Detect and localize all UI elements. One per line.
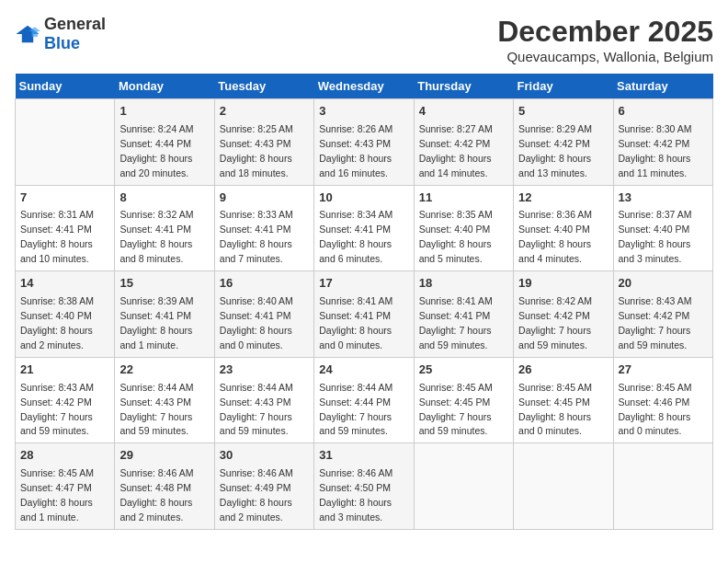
header-tuesday: Tuesday (214, 74, 313, 99)
daylight-text: Daylight: 8 hours and 20 minutes. (119, 153, 192, 178)
cell-week1-day1: 1 Sunrise: 8:24 AM Sunset: 4:44 PM Dayli… (115, 99, 214, 186)
main-title: December 2025 (497, 15, 713, 49)
cell-week4-day0: 21 Sunrise: 8:43 AM Sunset: 4:42 PM Dayl… (16, 357, 115, 443)
sunrise-text: Sunrise: 8:39 AM (119, 295, 193, 306)
sunrise-text: Sunrise: 8:44 AM (119, 382, 193, 393)
day-number: 25 (419, 362, 508, 379)
sunrise-text: Sunrise: 8:26 AM (319, 123, 392, 134)
sunset-text: Sunset: 4:41 PM (119, 224, 191, 235)
cell-week4-day4: 25 Sunrise: 8:45 AM Sunset: 4:45 PM Dayl… (414, 357, 513, 443)
daylight-text: Daylight: 8 hours and 0 minutes. (619, 411, 691, 437)
day-number: 28 (20, 447, 109, 465)
sunrise-text: Sunrise: 8:44 AM (220, 382, 293, 393)
sunset-text: Sunset: 4:42 PM (619, 138, 690, 149)
sunrise-text: Sunrise: 8:33 AM (220, 209, 293, 220)
day-number: 3 (319, 103, 408, 121)
daylight-text: Daylight: 7 hours and 59 minutes. (119, 411, 192, 437)
cell-week4-day1: 22 Sunrise: 8:44 AM Sunset: 4:43 PM Dayl… (115, 357, 214, 443)
daylight-text: Daylight: 8 hours and 11 minutes. (619, 153, 691, 178)
cell-week4-day2: 23 Sunrise: 8:44 AM Sunset: 4:43 PM Dayl… (214, 357, 313, 443)
cell-week5-day3: 31 Sunrise: 8:46 AM Sunset: 4:50 PM Dayl… (314, 443, 414, 530)
sunset-text: Sunset: 4:41 PM (319, 310, 391, 321)
sunset-text: Sunset: 4:42 PM (20, 396, 92, 408)
week-row-3: 14 Sunrise: 8:38 AM Sunset: 4:40 PM Dayl… (16, 271, 713, 358)
cell-week3-day4: 18 Sunrise: 8:41 AM Sunset: 4:41 PM Dayl… (414, 271, 513, 358)
cell-week5-day5 (514, 443, 613, 530)
day-number: 15 (119, 275, 209, 293)
day-number: 22 (119, 362, 209, 379)
cell-week3-day3: 17 Sunrise: 8:41 AM Sunset: 4:41 PM Dayl… (314, 271, 414, 358)
header-wednesday: Wednesday (314, 74, 414, 99)
daylight-text: Daylight: 8 hours and 10 minutes. (20, 238, 93, 264)
cell-week3-day1: 15 Sunrise: 8:39 AM Sunset: 4:41 PM Dayl… (115, 271, 214, 358)
cell-week4-day6: 27 Sunrise: 8:45 AM Sunset: 4:46 PM Dayl… (613, 357, 712, 443)
daylight-text: Daylight: 8 hours and 3 minutes. (319, 497, 392, 523)
day-number: 6 (619, 103, 708, 121)
sunset-text: Sunset: 4:40 PM (20, 310, 92, 321)
day-number: 26 (518, 362, 608, 379)
daylight-text: Daylight: 8 hours and 14 minutes. (419, 153, 492, 178)
cell-week1-day4: 4 Sunrise: 8:27 AM Sunset: 4:42 PM Dayli… (414, 99, 513, 186)
sunset-text: Sunset: 4:41 PM (220, 310, 291, 321)
daylight-text: Daylight: 7 hours and 59 minutes. (220, 411, 292, 437)
daylight-text: Daylight: 8 hours and 18 minutes. (220, 153, 292, 178)
day-number: 17 (319, 275, 408, 293)
cell-week3-day2: 16 Sunrise: 8:40 AM Sunset: 4:41 PM Dayl… (214, 271, 313, 358)
sunrise-text: Sunrise: 8:46 AM (319, 467, 392, 478)
sunrise-text: Sunrise: 8:41 AM (319, 295, 392, 306)
sunrise-text: Sunrise: 8:46 AM (220, 467, 293, 478)
sunrise-text: Sunrise: 8:45 AM (518, 382, 592, 393)
sunrise-text: Sunrise: 8:35 AM (419, 209, 493, 220)
sunrise-text: Sunrise: 8:45 AM (20, 467, 94, 478)
daylight-text: Daylight: 8 hours and 13 minutes. (518, 153, 591, 178)
sunset-text: Sunset: 4:47 PM (20, 482, 92, 493)
day-number: 24 (319, 362, 408, 379)
daylight-text: Daylight: 8 hours and 2 minutes. (20, 325, 93, 350)
sunset-text: Sunset: 4:49 PM (220, 482, 291, 493)
sunrise-text: Sunrise: 8:45 AM (419, 382, 493, 393)
cell-week1-day6: 6 Sunrise: 8:30 AM Sunset: 4:42 PM Dayli… (613, 99, 712, 186)
sunset-text: Sunset: 4:44 PM (119, 138, 191, 149)
cell-week1-day3: 3 Sunrise: 8:26 AM Sunset: 4:43 PM Dayli… (314, 99, 414, 186)
cell-week5-day6 (613, 443, 712, 530)
day-number: 14 (20, 275, 109, 293)
day-number: 5 (518, 103, 608, 121)
day-number: 20 (619, 275, 708, 293)
logo-blue: Blue (44, 34, 80, 52)
week-row-2: 7 Sunrise: 8:31 AM Sunset: 4:41 PM Dayli… (16, 185, 713, 271)
daylight-text: Daylight: 8 hours and 6 minutes. (319, 238, 392, 264)
day-number: 30 (220, 447, 309, 465)
logo: General Blue (15, 15, 106, 53)
daylight-text: Daylight: 8 hours and 8 minutes. (119, 238, 192, 264)
sunset-text: Sunset: 4:41 PM (119, 310, 191, 321)
header-thursday: Thursday (414, 74, 513, 99)
daylight-text: Daylight: 7 hours and 59 minutes. (419, 325, 492, 350)
cell-week5-day4 (414, 443, 513, 530)
sunrise-text: Sunrise: 8:45 AM (619, 382, 692, 393)
sunrise-text: Sunrise: 8:30 AM (619, 123, 692, 134)
sunset-text: Sunset: 4:41 PM (220, 224, 291, 235)
day-number: 21 (20, 362, 109, 379)
cell-week1-day2: 2 Sunrise: 8:25 AM Sunset: 4:43 PM Dayli… (214, 99, 313, 186)
daylight-text: Daylight: 8 hours and 16 minutes. (319, 153, 392, 178)
sunset-text: Sunset: 4:43 PM (319, 138, 391, 149)
sunrise-text: Sunrise: 8:46 AM (119, 467, 193, 478)
daylight-text: Daylight: 7 hours and 59 minutes. (419, 411, 492, 437)
cell-week2-day1: 8 Sunrise: 8:32 AM Sunset: 4:41 PM Dayli… (115, 185, 214, 271)
sunset-text: Sunset: 4:41 PM (20, 224, 92, 235)
sunrise-text: Sunrise: 8:24 AM (119, 123, 193, 134)
week-row-5: 28 Sunrise: 8:45 AM Sunset: 4:47 PM Dayl… (16, 443, 713, 530)
daylight-text: Daylight: 8 hours and 0 minutes. (319, 325, 392, 350)
sunset-text: Sunset: 4:43 PM (220, 138, 291, 149)
cell-week1-day0 (16, 99, 115, 186)
sunrise-text: Sunrise: 8:38 AM (20, 295, 94, 306)
subtitle: Quevaucamps, Wallonia, Belgium (497, 49, 713, 64)
weekday-header-row: Sunday Monday Tuesday Wednesday Thursday… (16, 74, 713, 99)
cell-week1-day5: 5 Sunrise: 8:29 AM Sunset: 4:42 PM Dayli… (514, 99, 613, 186)
daylight-text: Daylight: 8 hours and 2 minutes. (220, 497, 292, 523)
day-number: 8 (119, 190, 209, 207)
day-number: 18 (419, 275, 508, 293)
sunrise-text: Sunrise: 8:43 AM (20, 382, 94, 393)
daylight-text: Daylight: 8 hours and 4 minutes. (518, 238, 591, 264)
daylight-text: Daylight: 8 hours and 0 minutes. (518, 411, 591, 437)
